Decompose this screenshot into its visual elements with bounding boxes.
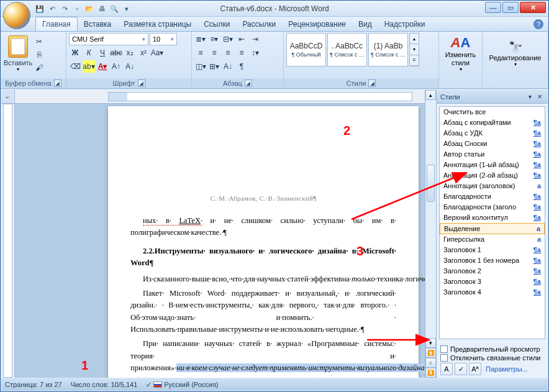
bullets-button[interactable]: ≣▾ — [194, 33, 207, 45]
manage-styles-button[interactable]: Aª — [469, 363, 481, 375]
italic-button[interactable]: К — [83, 47, 95, 59]
find-button[interactable]: 🔭 Редактирование ▾ — [485, 33, 545, 74]
style-normal[interactable]: AaBbCcD ¶ Обычный — [286, 33, 326, 66]
shading-button[interactable]: ◫▾ — [194, 60, 207, 73]
browse-object-button[interactable]: ○ — [425, 358, 436, 368]
paste-button[interactable]: Вставить ▾ — [3, 33, 33, 74]
tab-home[interactable]: Главная — [35, 17, 78, 31]
office-button[interactable] — [3, 2, 30, 29]
font-size-combo[interactable]: 10▾ — [150, 33, 177, 45]
shrink-font-button[interactable]: A↓ — [124, 60, 136, 73]
next-page-button[interactable]: ⏬ — [425, 368, 436, 378]
paragraph-launcher[interactable]: ◢ — [245, 80, 252, 87]
multilevel-button[interactable]: ⊟▾ — [222, 33, 234, 45]
style-inspector-button[interactable]: ✓ — [455, 363, 467, 375]
help-icon[interactable]: ? — [533, 19, 543, 29]
change-styles-button[interactable]: AA Изменить стили ▾ — [442, 33, 479, 74]
qat-open-icon[interactable]: 📂 — [84, 3, 95, 14]
qat-undo-icon[interactable]: ↶ — [47, 3, 58, 14]
scroll-thumb[interactable] — [427, 165, 435, 202]
tab-addins[interactable]: Надстройки — [378, 17, 432, 31]
gallery-more[interactable]: ≡ — [410, 55, 419, 66]
style-row[interactable]: Благодарности¶a — [440, 191, 545, 202]
horizontal-ruler[interactable] — [15, 90, 425, 104]
styles-launcher[interactable]: ◢ — [368, 80, 376, 87]
changecase-button[interactable]: Aa▾ — [151, 47, 163, 59]
style-row[interactable]: Заголовок 1 без номера¶a — [440, 255, 545, 266]
sort-button[interactable]: A↓ — [222, 60, 234, 73]
bold-button[interactable]: Ж — [69, 47, 81, 59]
style-row[interactable]: Верхний колонтитул¶a — [440, 212, 545, 223]
grow-font-button[interactable]: A↑ — [110, 60, 122, 73]
style-row[interactable]: Гиперссылкаa — [440, 234, 545, 245]
style-row[interactable]: Аннотация (1-ый абзац)¶a — [440, 160, 545, 170]
style-row[interactable]: Заголовок 3¶a — [440, 276, 545, 287]
disable-linked-checkbox[interactable]: Отключить связанные стили — [440, 354, 544, 362]
page[interactable]: С.·М.·Абрамов, С.·В.·Знаменский¶ ных· в·… — [108, 106, 419, 378]
strike-button[interactable]: abc — [110, 47, 122, 59]
clear-format-button[interactable]: ⌫ — [69, 60, 81, 73]
status-words[interactable]: Число слов: 10/5,141 — [71, 381, 138, 388]
format-painter-button[interactable]: 🖌 — [33, 62, 45, 74]
ruler-corner[interactable]: ⌐ — [1, 90, 14, 104]
font-family-combo[interactable]: CMU Serif▾ — [69, 33, 148, 45]
qat-save-icon[interactable]: 💾 — [34, 3, 45, 14]
style-row[interactable]: Очистить все — [440, 107, 545, 117]
style-list1[interactable]: . AaBbCc ¶ Список с … — [327, 33, 367, 66]
linespacing-button[interactable]: ↕▾ — [249, 47, 261, 59]
align-left-button[interactable]: ≡ — [194, 47, 207, 59]
style-row[interactable]: Аннотация (заголовок)a — [440, 181, 545, 191]
tab-view[interactable]: Вид — [352, 17, 378, 31]
clipboard-launcher[interactable]: ◢ — [54, 80, 61, 87]
align-center-button[interactable]: ≡ — [208, 47, 220, 59]
scroll-pane[interactable]: С.·М.·Абрамов, С.·В.·Знаменский¶ ных· в·… — [15, 104, 425, 378]
tab-pagelayout[interactable]: Разметка страницы — [117, 17, 197, 31]
status-language[interactable]: ✓ Русский (Россия) — [146, 381, 218, 389]
tab-mailings[interactable]: Рассылки — [236, 17, 282, 31]
style-row[interactable]: Абзац с УДК¶a — [440, 128, 545, 139]
fontcolor-button[interactable]: A▾ — [96, 60, 109, 73]
tab-review[interactable]: Рецензирование — [282, 17, 352, 31]
underline-button[interactable]: Ч — [96, 47, 109, 59]
copy-button[interactable]: ⎘ — [33, 48, 45, 60]
qat-redo-icon[interactable]: ↷ — [59, 3, 70, 14]
styles-list[interactable]: Очистить всеАбзац с копирайтами¶aАбзац с… — [439, 106, 545, 339]
style-list2[interactable]: (1) AaBb ¶ Список с … — [368, 33, 408, 66]
close-button[interactable]: ✕ — [520, 2, 546, 13]
font-launcher[interactable]: ◢ — [138, 80, 145, 87]
style-row[interactable]: Абзац с копирайтами¶a — [440, 117, 545, 128]
scroll-down-button[interactable]: ▾ — [425, 338, 436, 348]
numbering-button[interactable]: ≡▾ — [208, 33, 220, 45]
highlight-button[interactable]: ab▾ — [83, 60, 95, 73]
cut-button[interactable]: ✂ — [33, 35, 45, 47]
subscript-button[interactable]: x₂ — [124, 47, 136, 59]
qat-new-icon[interactable]: ▫ — [71, 3, 83, 14]
preview-checkbox[interactable]: Предварительный просмотр — [440, 345, 544, 353]
gallery-up[interactable]: ▴ — [410, 34, 419, 44]
dec-indent-button[interactable]: ⇤ — [235, 33, 248, 45]
styles-params-link[interactable]: Параметры... — [486, 365, 528, 373]
pane-dropdown-icon[interactable]: ▾ — [525, 93, 534, 101]
style-row[interactable]: Заголовок 2¶a — [440, 266, 545, 276]
superscript-button[interactable]: x² — [137, 47, 150, 59]
pane-close-icon[interactable]: ✕ — [535, 93, 544, 101]
style-row[interactable]: Выделениеa — [440, 223, 545, 234]
status-page[interactable]: Страница: 7 из 27 — [5, 381, 62, 388]
align-justify-button[interactable]: ≡ — [235, 47, 248, 59]
vertical-scrollbar[interactable]: ▴ ▾ ⏫ ○ ⏬ — [425, 90, 436, 378]
style-row[interactable]: Заголовок 4¶a — [440, 287, 545, 298]
align-right-button[interactable]: ≡ — [222, 47, 234, 59]
inc-indent-button[interactable]: ⇥ — [249, 33, 261, 45]
hruler-scale[interactable] — [108, 92, 412, 101]
style-row[interactable]: Автор статьи¶a — [440, 149, 545, 160]
new-style-button[interactable]: A — [440, 363, 453, 375]
vruler-scale[interactable] — [3, 104, 12, 378]
borders-button[interactable]: ⊞▾ — [208, 60, 220, 73]
tab-insert[interactable]: Вставка — [78, 17, 118, 31]
showmarks-button[interactable]: ¶ — [235, 60, 248, 73]
minimize-button[interactable]: — — [485, 2, 501, 13]
tab-references[interactable]: Ссылки — [197, 17, 236, 31]
qat-dropdown-icon[interactable]: ▾ — [121, 3, 132, 14]
style-row[interactable]: Заголовок 1¶a — [440, 245, 545, 255]
prev-page-button[interactable]: ⏫ — [425, 348, 436, 358]
